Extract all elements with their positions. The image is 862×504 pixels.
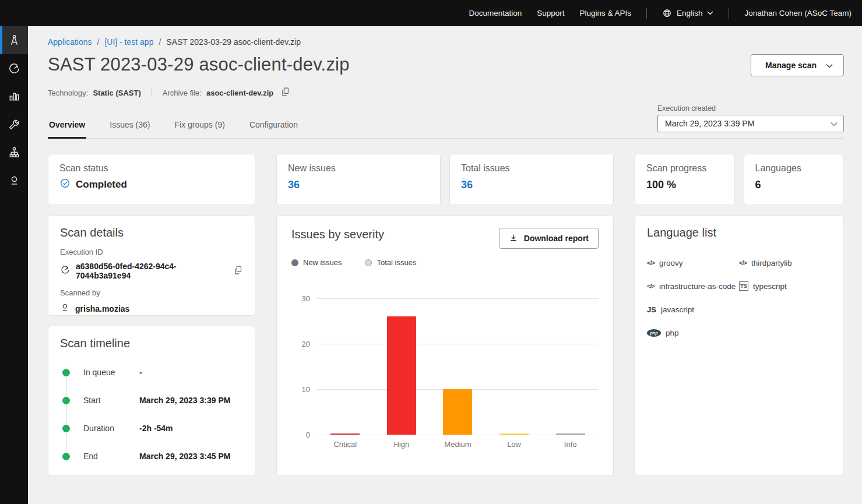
- timeline-dot-icon: [62, 397, 70, 404]
- xlabel-info: Info: [542, 440, 599, 449]
- legend-total-issues-label: Total issues: [377, 258, 416, 267]
- chevron-down-icon: [831, 119, 838, 128]
- wrench-icon: [8, 118, 21, 131]
- timeline-dot-icon: [62, 425, 70, 432]
- copy-archive-button[interactable]: [280, 87, 290, 98]
- topbar-link-documentation[interactable]: Documentation: [469, 9, 522, 17]
- execution-id-value: a6380d56-0fed-4262-94c4-7044b3a91e94: [76, 262, 226, 280]
- page-title: SAST 2023-03-29 asoc-client-dev.zip: [48, 54, 350, 75]
- sidebar-item-reports[interactable]: [0, 82, 28, 110]
- sidebar-item-users[interactable]: [0, 166, 28, 194]
- timeline-row-duration: Duration -2h -54m: [62, 414, 243, 442]
- language-selector[interactable]: English: [662, 8, 713, 18]
- breadcrumb-current: SAST 2023-03-29 asoc-client-dev.zip: [166, 37, 301, 47]
- user-icon: [8, 174, 21, 187]
- scanned-by-label: Scanned by: [60, 288, 243, 297]
- copy-icon: [233, 265, 243, 277]
- breadcrumb-applications[interactable]: Applications: [48, 37, 92, 47]
- languages-value: 6: [755, 179, 832, 191]
- chart-legend: New issues Total issues: [291, 258, 599, 267]
- breadcrumb-separator: /: [159, 37, 161, 47]
- timeline-value: March 29, 2023 3:45 PM: [139, 452, 230, 461]
- copy-icon: [280, 87, 290, 98]
- bar-low: [499, 433, 529, 435]
- new-issues-value: 36: [288, 179, 429, 191]
- xlabel-low: Low: [486, 440, 543, 449]
- chevron-down-icon: [826, 61, 833, 70]
- php-icon: php: [647, 329, 661, 337]
- manage-scan-button[interactable]: Manage scan: [751, 54, 844, 76]
- xlabel-critical: Critical: [317, 440, 374, 449]
- chevron-down-icon: [707, 11, 713, 15]
- scan-timeline-title: Scan timeline: [60, 337, 243, 350]
- tab-overview[interactable]: Overview: [48, 114, 86, 139]
- code-icon: </>: [647, 259, 655, 266]
- timeline-value: March 29, 2023 3:39 PM: [139, 396, 230, 405]
- bar-medium: [443, 389, 472, 435]
- timeline-label: Duration: [83, 424, 139, 433]
- tab-issues[interactable]: Issues (36): [108, 114, 151, 139]
- topbar-link-support[interactable]: Support: [537, 9, 564, 17]
- language-label: thirdpartylib: [751, 259, 792, 267]
- languages-card: Languages 6: [744, 154, 844, 205]
- xlabel-medium: Medium: [430, 440, 486, 449]
- breadcrumb: Applications / [UI] - test app / SAST 20…: [48, 37, 844, 47]
- total-issues-label: Total issues: [461, 163, 602, 174]
- meta-divider: [152, 89, 152, 97]
- download-report-button[interactable]: Download report: [499, 228, 599, 249]
- ytick-0: 0: [294, 431, 310, 439]
- timeline-label: In queue: [83, 368, 139, 377]
- total-issues-value: 36: [461, 179, 602, 191]
- ts-icon: TS: [739, 281, 748, 291]
- gauge-icon: [8, 62, 21, 75]
- language-item-javascript: JS javascript: [647, 298, 739, 321]
- sidebar-item-organization[interactable]: [0, 138, 28, 166]
- legend-dot-outline: [365, 259, 372, 266]
- timeline-row-in-queue: In queue -: [62, 358, 243, 386]
- scan-progress-label: Scan progress: [646, 163, 723, 174]
- scanned-by-value: grisha.mozias: [75, 304, 129, 313]
- bar-info: [556, 433, 585, 435]
- language-list-title: Language list: [647, 226, 831, 239]
- breadcrumb-separator: /: [97, 37, 100, 47]
- severity-bar-chart: 30 20 10 0 Critical High Medium: [291, 298, 599, 449]
- globe-icon: [662, 8, 672, 18]
- language-item-thirdpartylib: </> thirdpartylib: [739, 251, 831, 274]
- sidebar-item-scans[interactable]: [0, 54, 28, 82]
- tab-bar: Overview Issues (36) Fix groups (9) Conf…: [48, 104, 844, 139]
- topbar-divider: [729, 8, 729, 19]
- topbar-link-plugins-apis[interactable]: Plugins & APIs: [580, 9, 632, 17]
- language-item-typescript: TS typescript: [739, 274, 831, 298]
- technology-label: Technology:: [48, 89, 88, 97]
- copy-execution-id-button[interactable]: [233, 265, 243, 277]
- sidebar: [0, 26, 28, 504]
- archive-file-label: Archive file:: [163, 89, 202, 97]
- sidebar-item-tools[interactable]: [0, 110, 28, 138]
- axis-baseline: [317, 435, 599, 435]
- timeline-label: Start: [83, 396, 139, 405]
- sidebar-item-applications[interactable]: [0, 26, 28, 54]
- xlabel-high: High: [374, 440, 430, 449]
- breadcrumb-app[interactable]: [UI] - test app: [104, 37, 153, 47]
- new-issues-card: New issues 36: [276, 154, 441, 205]
- bar-critical: [330, 433, 360, 435]
- code-icon: </>: [647, 283, 655, 290]
- user-menu[interactable]: Jonathan Cohen (ASoC Team): [744, 9, 852, 17]
- execution-created-value: March 29, 2023 3:39 PM: [665, 119, 754, 128]
- tab-configuration[interactable]: Configuration: [248, 114, 299, 139]
- gauge-icon: [60, 265, 71, 277]
- tab-fix-groups[interactable]: Fix groups (9): [174, 114, 226, 139]
- top-bar: Documentation Support Plugins & APIs Eng…: [0, 0, 862, 26]
- execution-created-label: Execution created: [657, 104, 844, 112]
- legend-new-issues[interactable]: New issues: [291, 258, 342, 267]
- execution-created-select[interactable]: March 29, 2023 3:39 PM: [657, 115, 844, 132]
- language-item-php: php php: [647, 321, 739, 344]
- scan-progress-card: Scan progress 100 %: [635, 154, 735, 205]
- scan-status-value: Completed: [76, 179, 127, 191]
- ytick-10: 10: [294, 385, 310, 394]
- timeline-label: End: [83, 452, 139, 461]
- language-label: javascript: [661, 305, 694, 314]
- legend-total-issues[interactable]: Total issues: [365, 258, 416, 267]
- scan-meta: Technology: Static (SAST) Archive file: …: [48, 87, 844, 98]
- ytick-30: 30: [294, 294, 310, 303]
